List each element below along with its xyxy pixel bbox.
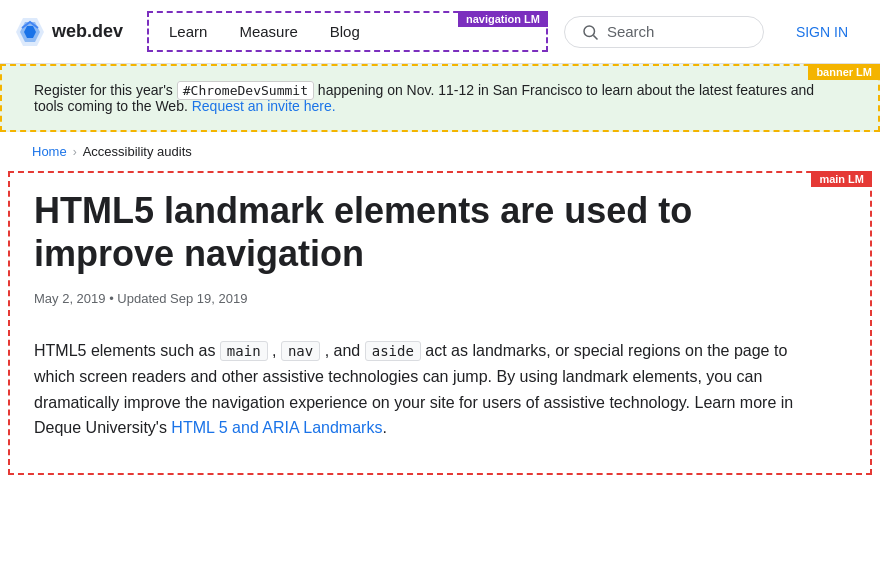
main-content: main LM HTML5 landmark elements are used… [8, 171, 872, 475]
article-title: HTML5 landmark elements are used to impr… [34, 189, 814, 275]
banner-text: Register for this year's #ChromeDevSummi… [34, 82, 846, 114]
breadcrumb-separator: › [73, 145, 77, 159]
nav-item-blog[interactable]: Blog [314, 15, 376, 48]
banner-link[interactable]: Request an invite here. [192, 98, 336, 114]
header: web.dev navigation LM Learn Measure Blog… [0, 0, 880, 64]
banner-text-before: Register for this year's [34, 82, 173, 98]
code-main: main [220, 341, 268, 361]
breadcrumb-home[interactable]: Home [32, 144, 67, 159]
body-comma1: , [272, 342, 281, 359]
search-icon [581, 23, 599, 41]
article-date: May 2, 2019 • Updated Sep 19, 2019 [34, 291, 846, 306]
body-end: . [382, 419, 386, 436]
svg-point-3 [584, 26, 595, 37]
article-date-updated: Updated Sep 19, 2019 [117, 291, 247, 306]
article-paragraph: HTML5 elements such as main , nav , and … [34, 338, 814, 440]
banner: banner LM Register for this year's #Chro… [0, 64, 880, 132]
logo-icon [16, 18, 44, 46]
breadcrumb-current: Accessibility audits [83, 144, 192, 159]
svg-line-4 [593, 35, 597, 39]
main-nav: Learn Measure Blog [153, 15, 376, 48]
search-area[interactable]: Search [564, 16, 764, 48]
body-and: , and [325, 342, 365, 359]
nav-badge: navigation LM [458, 11, 548, 27]
breadcrumb: Home › Accessibility audits [0, 132, 880, 171]
logo-area: web.dev [16, 18, 123, 46]
nav-wrapper: navigation LM Learn Measure Blog [147, 11, 548, 52]
article-body: HTML5 elements such as main , nav , and … [34, 338, 814, 440]
nav-item-measure[interactable]: Measure [223, 15, 313, 48]
body-intro: HTML5 elements such as [34, 342, 215, 359]
article-link[interactable]: HTML 5 and ARIA Landmarks [171, 419, 382, 436]
article-date-published: May 2, 2019 [34, 291, 106, 306]
code-aside: aside [365, 341, 421, 361]
code-nav: nav [281, 341, 320, 361]
search-placeholder: Search [607, 23, 655, 40]
nav-item-learn[interactable]: Learn [153, 15, 223, 48]
sign-in-button[interactable]: SIGN IN [780, 16, 864, 48]
logo-text: web.dev [52, 21, 123, 42]
banner-label: banner LM [808, 64, 880, 80]
main-label: main LM [811, 171, 872, 187]
